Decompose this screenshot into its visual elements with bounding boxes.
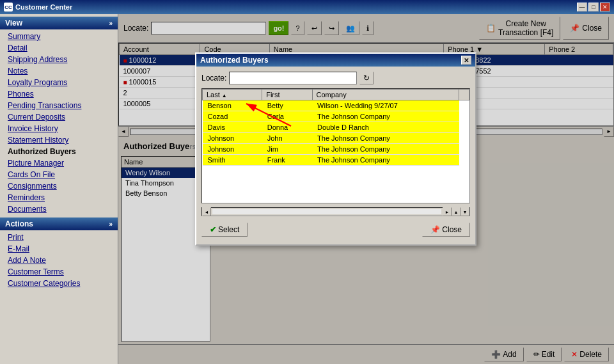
- modal-first-cell: Frank: [262, 155, 312, 166]
- close-window-button[interactable]: ✕: [600, 3, 610, 12]
- modal-last-cell: Benson: [203, 100, 262, 111]
- view-chevron-icon: »: [109, 20, 113, 27]
- minimize-button[interactable]: —: [577, 3, 587, 12]
- modal-first-cell: Betty: [262, 100, 312, 111]
- modal-close-x-button[interactable]: ✕: [461, 56, 471, 65]
- modal-title-bar: Authorized Buyers ✕: [196, 54, 475, 67]
- modal-last-cell: Davis: [203, 122, 262, 133]
- actions-chevron-icon: »: [109, 221, 113, 228]
- sidebar-item-email[interactable]: E-Mail: [0, 243, 118, 255]
- sidebar-item-current-deposits[interactable]: Current Deposits: [0, 111, 118, 123]
- actions-section-label: Actions: [5, 219, 33, 228]
- sidebar-item-documents[interactable]: Documents: [0, 203, 118, 215]
- sidebar-item-shipping-address[interactable]: Shipping Address: [0, 54, 118, 65]
- sidebar-item-pending-transactions[interactable]: Pending Transactions: [0, 100, 118, 111]
- sidebar-item-detail[interactable]: Detail: [0, 42, 118, 54]
- modal-last-cell: Smith: [203, 155, 262, 166]
- sidebar-item-summary[interactable]: Summary: [0, 31, 118, 42]
- view-section-header[interactable]: View »: [0, 17, 118, 29]
- sidebar-item-phones[interactable]: Phones: [0, 88, 118, 100]
- modal-body: Locate: ↻ Last ▲ First Company: [196, 67, 475, 244]
- modal-company-column-header[interactable]: Company: [312, 90, 459, 100]
- sidebar-item-customer-categories[interactable]: Customer Categories: [0, 278, 118, 289]
- check-icon: ✔: [210, 225, 216, 234]
- modal-table-row[interactable]: Davis Donna Double D Ranch: [203, 122, 469, 133]
- modal-first-cell: Donna: [262, 122, 312, 133]
- sidebar-item-customer-terms[interactable]: Customer Terms: [0, 266, 118, 278]
- content-area: Locate: go! ? ↩ ↪ 👥 ℹ 📋 Create New Trans…: [118, 14, 614, 364]
- modal-last-cell: Cozad: [203, 111, 262, 122]
- sidebar-item-consignments[interactable]: Consignments: [0, 180, 118, 192]
- sidebar-item-print[interactable]: Print: [0, 232, 118, 243]
- title-bar-text: Customer Center: [15, 3, 574, 11]
- sort-arrow-icon: ▲: [222, 93, 227, 99]
- sidebar-item-reminders[interactable]: Reminders: [0, 192, 118, 203]
- modal-refresh-button[interactable]: ↻: [359, 72, 374, 84]
- modal-first-column-header[interactable]: First: [262, 90, 312, 100]
- sidebar-item-authorized-buyers[interactable]: Authorized Buyers: [0, 146, 118, 157]
- modal-close-button[interactable]: 📌 Close: [422, 223, 470, 237]
- modal-actions: ✔ Select 📌 Close: [201, 220, 470, 239]
- app-icon: CC: [4, 3, 13, 12]
- modal-table-row[interactable]: Cozad Carla The Johnson Company: [203, 111, 469, 122]
- modal-first-cell: Carla: [262, 111, 312, 122]
- modal-first-cell: Jim: [262, 144, 312, 155]
- modal-last-column-header[interactable]: Last ▲: [203, 90, 262, 100]
- modal-hscroll: ◄ ► ▲ ▼: [201, 207, 470, 216]
- maximize-button[interactable]: □: [588, 3, 599, 12]
- modal-overlay: Authorized Buyers ✕ Locate: ↻: [118, 14, 614, 364]
- modal-table-container: Last ▲ First Company Benson Betty Wilson…: [201, 88, 470, 203]
- modal-locate-label: Locate:: [201, 74, 226, 83]
- modal-last-cell: Johnson: [203, 144, 262, 155]
- modal-title: Authorized Buyers: [200, 56, 269, 65]
- modal-table-row[interactable]: Johnson Jim The Johnson Company: [203, 144, 469, 155]
- view-section-label: View: [5, 19, 22, 28]
- sidebar-item-add-note[interactable]: Add A Note: [0, 255, 118, 266]
- modal-company-cell: The Johnson Company: [312, 133, 459, 144]
- sidebar-item-notes[interactable]: Notes: [0, 65, 118, 77]
- sidebar-item-loyalty-programs[interactable]: Loyalty Programs: [0, 77, 118, 88]
- authorized-buyers-modal: Authorized Buyers ✕ Locate: ↻: [195, 52, 476, 246]
- modal-company-cell: The Johnson Company: [312, 144, 459, 155]
- modal-first-cell: John: [262, 133, 312, 144]
- sidebar-item-cards-on-file[interactable]: Cards On File: [0, 169, 118, 180]
- actions-section-header[interactable]: Actions »: [0, 218, 118, 230]
- modal-locate-area: Locate: ↻: [201, 72, 470, 84]
- modal-table-row[interactable]: Benson Betty Wilson - Wedding 9/27/07: [203, 100, 469, 111]
- sidebar-item-picture-manager[interactable]: Picture Manager: [0, 157, 118, 169]
- sidebar: View » Summary Detail Shipping Address N…: [0, 14, 118, 364]
- modal-hscroll-right-button[interactable]: ►: [443, 207, 452, 216]
- sidebar-item-statement-history[interactable]: Statement History: [0, 134, 118, 146]
- modal-scrollbar-header: [459, 90, 469, 100]
- title-bar: CC Customer Center — □ ✕: [0, 0, 614, 14]
- modal-last-cell: Johnson: [203, 133, 262, 144]
- modal-company-cell: The Johnson Company: [312, 111, 459, 122]
- modal-company-cell: The Johnson Company: [312, 155, 459, 166]
- select-button[interactable]: ✔ Select: [201, 223, 248, 237]
- modal-locate-input[interactable]: [229, 72, 357, 84]
- modal-hscroll-left-button[interactable]: ◄: [202, 207, 211, 216]
- modal-vscroll-down-button[interactable]: ▼: [460, 207, 469, 216]
- sidebar-item-invoice-history[interactable]: Invoice History: [0, 123, 118, 134]
- modal-table-row[interactable]: Smith Frank The Johnson Company: [203, 155, 469, 166]
- close-modal-icon: 📌: [430, 225, 440, 234]
- modal-vscroll-up-button[interactable]: ▲: [452, 207, 460, 216]
- modal-company-cell: Wilson - Wedding 9/27/07: [312, 100, 459, 111]
- modal-hscroll-track[interactable]: [212, 209, 441, 214]
- modal-table-row[interactable]: Johnson John The Johnson Company: [203, 133, 469, 144]
- modal-company-cell: Double D Ranch: [312, 122, 459, 133]
